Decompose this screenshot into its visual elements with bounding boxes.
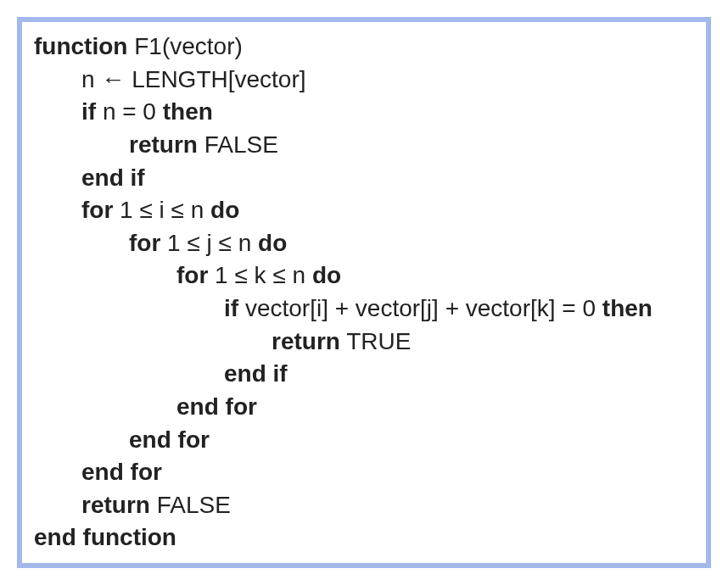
code-text: F1(vector) [127, 33, 242, 59]
keyword-end-if: end if [81, 164, 145, 191]
code-text: LENGTH[vector] [125, 66, 305, 92]
keyword-end-if: end if [224, 360, 288, 387]
code-text: 1 ≤ i ≤ n [113, 197, 210, 223]
code-line: for 1 ≤ i ≤ n do [34, 194, 694, 227]
keyword-end-for: end for [129, 426, 210, 453]
keyword-for: for [81, 197, 113, 223]
code-text: n [81, 66, 101, 92]
code-text: 1 ≤ j ≤ n [160, 230, 258, 256]
code-line: end for [34, 456, 694, 489]
code-line: for 1 ≤ j ≤ n do [34, 227, 694, 260]
code-line: end for [34, 424, 694, 457]
keyword-if: if [224, 295, 238, 321]
code-text: TRUE [340, 328, 412, 354]
code-text: 1 ≤ k ≤ n [208, 262, 312, 288]
keyword-return: return [272, 328, 340, 354]
keyword-do: do [258, 230, 287, 256]
code-text: FALSE [150, 492, 231, 518]
keyword-end-for: end for [176, 393, 257, 420]
code-text: vector[i] + vector[j] + vector[k] = 0 [238, 295, 602, 321]
pseudocode-box: function F1(vector) n ← LENGTH[vector] i… [17, 17, 711, 568]
keyword-do: do [210, 197, 239, 223]
keyword-then: then [602, 295, 652, 321]
code-line: for 1 ≤ k ≤ n do [34, 259, 694, 292]
code-line: function F1(vector) [34, 31, 694, 64]
keyword-end-for: end for [81, 459, 162, 485]
keyword-do: do [312, 262, 341, 288]
keyword-for: for [129, 230, 160, 256]
code-line: end if [34, 358, 694, 391]
keyword-then: then [163, 98, 213, 125]
code-line: n ← LENGTH[vector] [34, 64, 694, 97]
keyword-for: for [176, 262, 208, 288]
code-text: n = 0 [96, 98, 163, 125]
code-line: return TRUE [34, 326, 694, 359]
keyword-return: return [81, 492, 150, 518]
code-line: return FALSE [34, 489, 694, 522]
code-text: FALSE [198, 131, 278, 158]
code-line: return FALSE [34, 129, 694, 162]
keyword-return: return [129, 131, 198, 158]
keyword-function: function [34, 33, 127, 59]
left-arrow-icon: ← [101, 66, 125, 92]
code-line: end function [34, 521, 694, 554]
keyword-end-function: end function [34, 524, 176, 550]
code-line: if vector[i] + vector[j] + vector[k] = 0… [34, 292, 694, 326]
code-line: if n = 0 then [34, 96, 694, 129]
keyword-if: if [81, 98, 96, 125]
code-line: end for [34, 391, 694, 424]
code-line: end if [34, 162, 694, 195]
